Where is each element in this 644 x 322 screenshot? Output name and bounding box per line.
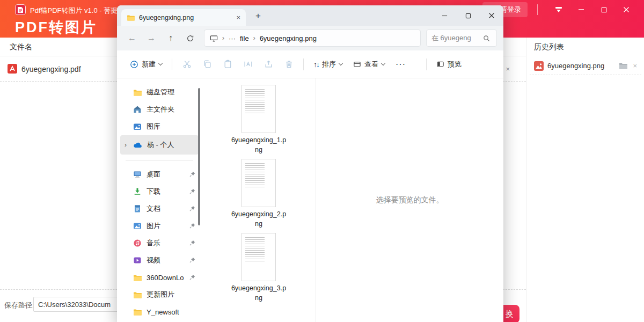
file-explorer-window: 6yuegengxing.png × + ← → ↑ › ·: [117, 5, 503, 322]
refresh-icon[interactable]: [181, 30, 199, 46]
pictures-icon: [133, 222, 142, 230]
gallery-icon: [133, 122, 142, 131]
minimize-button[interactable]: [575, 4, 587, 16]
view-label: 查看: [364, 60, 378, 69]
maximize-button[interactable]: [598, 4, 610, 16]
pin-icon: [189, 274, 195, 280]
video-icon: [133, 256, 142, 265]
folder-icon: [127, 14, 135, 21]
file-item[interactable]: 6yuegengxing_3.png: [230, 233, 287, 307]
sort-arrows-icon: ↑↓: [313, 60, 319, 69]
up-button[interactable]: ↑: [162, 30, 179, 46]
onedrive-cloud-icon: [133, 142, 142, 148]
sidebar-divider: [126, 160, 193, 160]
pin-icon: [189, 223, 195, 229]
explorer-minimize-button[interactable]: [433, 5, 456, 26]
explorer-titlebar[interactable]: 6yuegengxing.png × +: [117, 5, 503, 26]
preview-pane: 选择要预览的文件。: [316, 78, 503, 322]
plus-circle-icon: [130, 60, 138, 69]
desktop-icon: [133, 170, 142, 179]
view-button[interactable]: 查看: [348, 55, 390, 74]
share-icon[interactable]: [260, 55, 277, 74]
chevron-down-icon: [381, 61, 385, 65]
chevron-down-icon: [339, 61, 343, 65]
preview-label: 预览: [448, 60, 462, 69]
folder-icon: [133, 291, 142, 298]
history-panel: 历史列表 6yuegengxing.png ×: [526, 38, 644, 322]
save-path-label: 保存路径:: [4, 301, 34, 310]
history-item[interactable]: 6yuegengxing.png ×: [530, 57, 641, 75]
pdf-file-name: 6yuegengxing.pdf: [21, 65, 81, 74]
back-button[interactable]: ←: [123, 30, 141, 46]
view-icon: [353, 60, 361, 68]
sidebar-item-y-newsoft[interactable]: Y_newsoft: [117, 303, 202, 320]
skin-icon[interactable]: [553, 4, 565, 16]
history-item-name: 6yuegengxing.png: [547, 62, 615, 70]
open-folder-icon[interactable]: [619, 62, 627, 69]
file-name: 6yuegengxing_2.png: [230, 210, 287, 229]
header-divider: [537, 4, 538, 15]
pin-icon: [189, 206, 195, 211]
pin-icon: [189, 171, 195, 177]
chevron-right-icon: ›: [222, 34, 224, 42]
sidebar-item-videos[interactable]: 视频: [117, 252, 202, 269]
sidebar-item-downloads[interactable]: 下载: [117, 183, 202, 200]
sidebar-item-update-pictures[interactable]: 更新图片: [117, 286, 202, 303]
sidebar-item-music[interactable]: 音乐: [117, 235, 202, 252]
toolbar-divider: [303, 58, 304, 70]
tab-close-icon[interactable]: ×: [236, 13, 240, 21]
new-tab-button[interactable]: +: [255, 11, 261, 21]
address-bar[interactable]: › ··· file › 6yuegengxing.png: [204, 30, 421, 47]
search-box[interactable]: [426, 30, 497, 47]
copy-icon[interactable]: [199, 55, 216, 74]
chevron-down-icon: [158, 61, 163, 65]
rename-icon[interactable]: [239, 55, 257, 74]
paste-icon[interactable]: [219, 55, 236, 74]
file-name: 6yuegengxing_1.png: [230, 136, 287, 155]
expander-chevron-icon[interactable]: ›: [125, 141, 127, 149]
pin-icon: [189, 188, 195, 194]
sidebar-item-home[interactable]: 主文件夹: [117, 101, 202, 118]
sidebar-item-disk-management[interactable]: 磁盘管理: [117, 84, 202, 101]
sidebar-item-onedrive[interactable]: › 杨 - 个人: [120, 135, 199, 155]
explorer-close-button[interactable]: [480, 5, 503, 26]
pdf-file-icon: [8, 64, 17, 74]
cut-icon[interactable]: [178, 55, 195, 74]
sidebar-item-360download[interactable]: 360DownLo: [117, 269, 202, 286]
explorer-maximize-button[interactable]: [456, 5, 480, 26]
breadcrumb-current[interactable]: 6yuegengxing.png: [260, 34, 317, 42]
sidebar-item-gallery[interactable]: 图库: [117, 118, 202, 135]
search-input[interactable]: [431, 34, 480, 42]
sort-button[interactable]: ↑↓ 排序: [308, 55, 348, 74]
explorer-tab[interactable]: 6yuegengxing.png ×: [121, 9, 246, 26]
tab-title: 6yuegengxing.png: [139, 14, 232, 21]
more-dots-icon: ···: [396, 60, 406, 69]
sidebar-item-documents[interactable]: 文档: [117, 200, 202, 217]
more-options-button[interactable]: ···: [390, 55, 411, 74]
remove-file-icon[interactable]: ×: [506, 65, 510, 73]
file-thumbnail: [241, 233, 276, 281]
sidebar-item-pictures[interactable]: 图片: [117, 217, 202, 235]
preview-placeholder-text: 选择要预览的文件。: [376, 195, 444, 205]
breadcrumb-folder[interactable]: file: [240, 34, 249, 42]
delete-icon[interactable]: [280, 55, 297, 74]
close-button[interactable]: [620, 4, 632, 16]
preview-pane-icon: [436, 60, 444, 68]
download-icon: [133, 187, 142, 196]
document-icon: [133, 204, 142, 213]
forward-button[interactable]: →: [143, 30, 160, 46]
search-icon[interactable]: [483, 35, 490, 42]
history-close-icon[interactable]: ×: [633, 62, 637, 70]
file-item[interactable]: 6yuegengxing_1.png: [230, 85, 287, 159]
preview-button[interactable]: 预览: [431, 55, 467, 74]
new-button[interactable]: 新建: [125, 55, 167, 74]
sidebar-item-desktop[interactable]: 桌面: [117, 166, 202, 183]
home-icon: [133, 105, 142, 114]
explorer-address-row: ← → ↑ › ··· file › 6yuegengxing.png: [117, 26, 503, 50]
folder-icon: [133, 274, 142, 281]
history-title: 历史列表: [534, 42, 564, 52]
breadcrumb-ellipsis[interactable]: ···: [229, 34, 236, 42]
sidebar-scrollbar[interactable]: [198, 88, 200, 225]
chevron-right-icon: ›: [253, 34, 255, 42]
file-item[interactable]: 6yuegengxing_2.png: [230, 159, 287, 233]
